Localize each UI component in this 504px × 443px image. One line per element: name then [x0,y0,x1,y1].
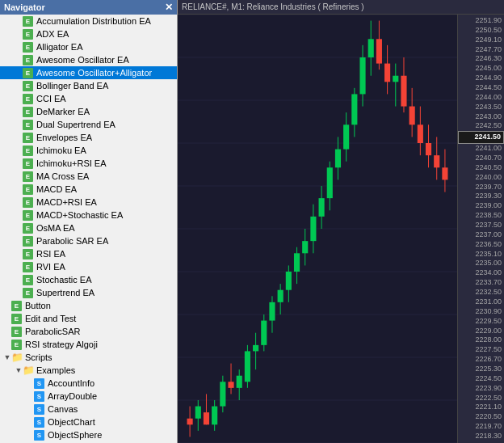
nav-item-macd-stochastic[interactable]: EMACD+Stochastic EA [0,209,177,222]
nav-item-macd-rsi[interactable]: EMACD+RSI EA [0,196,177,209]
nav-item-label: Stochastic EA [36,275,91,285]
nav-item-label: DeMarker EA [36,107,90,116]
nav-item-objectchart[interactable]: SObjectChart [0,416,177,428]
chart-area: RELIANCE# , M1 : Reliance Industries ( R… [178,0,504,443]
price-label: 2242.50 [458,121,504,131]
price-label: 2244.00 [458,93,504,103]
navigator-close-button[interactable]: ✕ [165,2,173,12]
candle-chart [178,15,457,443]
nav-item-label: ObjectSphere [48,430,102,440]
nav-item-bollinger[interactable]: EBollinger Band EA [0,79,177,92]
nav-item-label: Scripts [25,352,52,362]
ea-icon: E [23,28,34,40]
ea-icon: E [11,313,23,324]
price-label: 2226.70 [458,355,504,365]
price-label: 2243.00 [458,112,504,122]
nav-item-label: Examples [36,365,75,375]
nav-item-stochastic[interactable]: EStochastic EA [0,273,177,286]
price-label: 2239.30 [458,192,504,201]
nav-item-canvas[interactable]: SCanvas [0,403,177,416]
nav-item-acc-dist[interactable]: EAccumulation Distribution EA [0,15,177,27]
price-label: 2223.90 [458,384,504,394]
ea-icon: E [23,248,34,259]
script-icon: S [34,390,45,402]
price-scale: 2251.902250.502249.102247.702246.302245.… [457,15,504,443]
nav-item-ichimoku-rsi[interactable]: EIchimoku+RSI EA [0,157,177,170]
nav-item-alligator[interactable]: EAlligator EA [0,40,177,53]
ea-icon: E [23,41,34,53]
nav-item-label: Awesome Oscillator EA [36,55,129,65]
nav-item-accountinfo[interactable]: SAccountInfo [0,377,177,390]
nav-item-cci[interactable]: ECCI EA [0,92,177,105]
nav-item-rsi[interactable]: ERSI EA [0,247,177,260]
ea-icon: E [23,145,34,156]
nav-item-label: AccountInfo [48,378,94,388]
ea-icon: E [23,15,34,27]
price-label: 2250.50 [458,26,504,36]
ea-icon: E [23,106,34,117]
price-label: 2241.00 [458,144,504,154]
expander-scripts[interactable]: ▼ [3,353,11,361]
nav-item-awesome-alligator[interactable]: EAwesome Oscillator+Alligator [0,66,177,79]
price-label: 2239.00 [458,201,504,211]
nav-item-parabolicsar2[interactable]: EParabolicSAR [0,325,177,338]
price-label: 2240.00 [458,173,504,183]
price-label: 2237.50 [458,221,504,230]
nav-item-demarker[interactable]: EDeMarker EA [0,105,177,118]
price-label: 2229.50 [458,317,504,327]
nav-item-label: MA Cross EA [36,171,89,181]
nav-item-label: Button [25,301,51,310]
price-label: 2240.50 [458,163,504,173]
nav-item-adx[interactable]: EADX EA [0,27,177,40]
nav-item-examples[interactable]: ▼📁Examples [0,364,177,377]
price-label: 2234.00 [458,268,504,278]
nav-item-label: Parabolic SAR EA [36,236,108,246]
price-label: 2219.70 [458,422,504,432]
price-label: 2244.90 [458,74,504,83]
nav-item-label: Alligator EA [36,42,82,52]
ea-icon: E [23,235,34,247]
nav-item-supertrend[interactable]: ESupertrend EA [0,286,177,299]
ea-icon: E [23,119,34,130]
nav-item-ichimoku[interactable]: EIchimoku EA [0,144,177,157]
price-label: 2244.50 [458,83,504,93]
price-label: 2235.00 [458,259,504,268]
nav-item-label: Edit and Test [25,314,76,323]
ea-icon: E [23,132,34,143]
nav-item-arraydouble[interactable]: SArrayDouble [0,390,177,403]
nav-tree[interactable]: EAccumulation Distribution EA EADX EA EA… [0,15,177,443]
expander-examples[interactable]: ▼ [15,366,23,374]
nav-item-label: Ichimoku EA [36,146,86,155]
nav-item-label: ParabolicSAR [25,327,80,336]
nav-item-rsi-algoji[interactable]: ERSI strategy Algoji [0,338,177,351]
script-icon: S [34,378,45,389]
nav-item-label: OsMA EA [36,223,75,233]
nav-item-rvi[interactable]: ERVI EA [0,260,177,273]
nav-item-label: RSI strategy Algoji [25,340,98,349]
nav-item-awesome-osc[interactable]: EAwesome Oscillator EA [0,53,177,66]
nav-item-scripts[interactable]: ▼📁Scripts [0,351,177,364]
nav-item-objectsphere[interactable]: SObjectSphere [0,428,177,441]
script-icon: S [34,416,45,428]
nav-item-label: Canvas [48,404,78,414]
nav-item-macd[interactable]: EMACD EA [0,183,177,196]
nav-item-osma[interactable]: EOsMA EA [0,222,177,234]
price-label: 2243.50 [458,103,504,112]
nav-item-label: Supertrend EA [36,288,94,297]
nav-item-edit-test[interactable]: EEdit and Test [0,312,177,325]
nav-item-label: MACD+RSI EA [36,197,97,207]
nav-item-button[interactable]: EButton [0,299,177,312]
nav-item-label: Envelopes EA [36,133,92,142]
nav-item-label: RSI EA [36,249,65,259]
ea-icon: E [23,261,34,272]
price-label: 2238.50 [458,211,504,221]
price-label: 2230.90 [458,307,504,317]
nav-item-envelopes[interactable]: EEnvelopes EA [0,131,177,144]
nav-item-dual-supertrend[interactable]: EDual Supertrend EA [0,118,177,131]
price-label: 2229.00 [458,327,504,336]
nav-item-ma-cross[interactable]: EMA Cross EA [0,170,177,183]
nav-item-parabolic-sar[interactable]: EParabolic SAR EA [0,234,177,247]
chart-symbol: RELIANCE# [182,2,227,11]
price-label: 2237.00 [458,230,504,240]
price-label: 2227.50 [458,345,504,355]
